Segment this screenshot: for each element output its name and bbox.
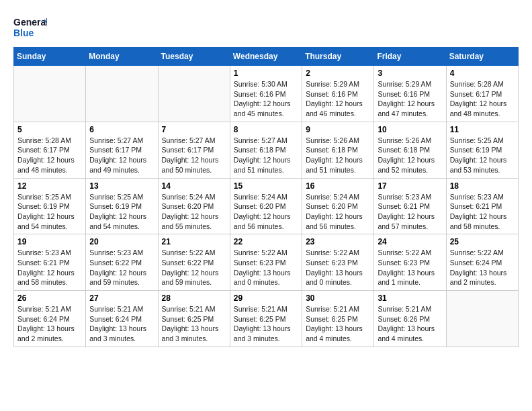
calendar-cell xyxy=(446,291,518,347)
day-number: 16 xyxy=(306,181,370,191)
calendar-cell xyxy=(86,66,158,122)
day-number: 22 xyxy=(234,237,298,246)
day-number: 1 xyxy=(234,68,298,78)
day-info: Sunrise: 5:27 AM Sunset: 6:17 PM Dayligh… xyxy=(162,136,226,175)
day-info: Sunrise: 5:22 AM Sunset: 6:23 PM Dayligh… xyxy=(306,248,370,287)
calendar-cell: 16Sunrise: 5:24 AM Sunset: 6:20 PM Dayli… xyxy=(302,178,374,234)
day-info: Sunrise: 5:23 AM Sunset: 6:21 PM Dayligh… xyxy=(378,192,442,232)
day-info: Sunrise: 5:27 AM Sunset: 6:18 PM Dayligh… xyxy=(234,136,298,175)
day-number: 10 xyxy=(378,125,442,134)
day-number: 17 xyxy=(378,181,442,191)
day-info: Sunrise: 5:29 AM Sunset: 6:16 PM Dayligh… xyxy=(378,79,442,119)
page-header: General Blue xyxy=(13,13,519,40)
calendar-week-row: 5Sunrise: 5:28 AM Sunset: 6:17 PM Daylig… xyxy=(14,122,519,178)
day-info: Sunrise: 5:21 AM Sunset: 6:26 PM Dayligh… xyxy=(378,304,442,344)
calendar-cell: 21Sunrise: 5:22 AM Sunset: 6:22 PM Dayli… xyxy=(158,234,230,291)
day-info: Sunrise: 5:25 AM Sunset: 6:19 PM Dayligh… xyxy=(17,192,82,232)
calendar-cell: 10Sunrise: 5:26 AM Sunset: 6:18 PM Dayli… xyxy=(374,122,446,178)
day-number: 28 xyxy=(162,293,226,303)
calendar-header-row: SundayMondayTuesdayWednesdayThursdayFrid… xyxy=(14,48,519,66)
day-of-week-header: Saturday xyxy=(446,48,518,66)
svg-text:General: General xyxy=(13,17,47,28)
day-info: Sunrise: 5:22 AM Sunset: 6:23 PM Dayligh… xyxy=(378,248,442,287)
day-number: 9 xyxy=(306,125,370,134)
logo-icon: General Blue xyxy=(13,13,47,40)
day-number: 3 xyxy=(378,68,442,78)
calendar-cell: 13Sunrise: 5:25 AM Sunset: 6:19 PM Dayli… xyxy=(86,178,158,234)
day-info: Sunrise: 5:26 AM Sunset: 6:18 PM Dayligh… xyxy=(306,136,370,175)
day-of-week-header: Thursday xyxy=(302,48,374,66)
day-info: Sunrise: 5:26 AM Sunset: 6:18 PM Dayligh… xyxy=(378,136,442,175)
day-number: 2 xyxy=(306,68,370,78)
calendar-cell: 24Sunrise: 5:22 AM Sunset: 6:23 PM Dayli… xyxy=(374,234,446,291)
calendar-cell xyxy=(14,66,86,122)
calendar-cell: 18Sunrise: 5:23 AM Sunset: 6:21 PM Dayli… xyxy=(446,178,518,234)
calendar-cell: 8Sunrise: 5:27 AM Sunset: 6:18 PM Daylig… xyxy=(230,122,302,178)
calendar-cell: 2Sunrise: 5:29 AM Sunset: 6:16 PM Daylig… xyxy=(302,66,374,122)
day-of-week-header: Friday xyxy=(374,48,446,66)
calendar-cell: 1Sunrise: 5:30 AM Sunset: 6:16 PM Daylig… xyxy=(230,66,302,122)
logo: General Blue xyxy=(13,13,47,40)
day-number: 15 xyxy=(234,181,298,191)
calendar-cell: 9Sunrise: 5:26 AM Sunset: 6:18 PM Daylig… xyxy=(302,122,374,178)
calendar-week-row: 19Sunrise: 5:23 AM Sunset: 6:21 PM Dayli… xyxy=(14,234,519,291)
day-number: 6 xyxy=(89,125,154,134)
day-info: Sunrise: 5:21 AM Sunset: 6:24 PM Dayligh… xyxy=(17,304,82,344)
calendar-cell: 28Sunrise: 5:21 AM Sunset: 6:25 PM Dayli… xyxy=(158,291,230,347)
day-number: 26 xyxy=(17,293,82,303)
calendar-cell: 3Sunrise: 5:29 AM Sunset: 6:16 PM Daylig… xyxy=(374,66,446,122)
calendar-week-row: 1Sunrise: 5:30 AM Sunset: 6:16 PM Daylig… xyxy=(14,66,519,122)
day-info: Sunrise: 5:21 AM Sunset: 6:25 PM Dayligh… xyxy=(234,304,298,344)
day-info: Sunrise: 5:24 AM Sunset: 6:20 PM Dayligh… xyxy=(306,192,370,232)
calendar-cell: 27Sunrise: 5:21 AM Sunset: 6:24 PM Dayli… xyxy=(86,291,158,347)
day-of-week-header: Sunday xyxy=(14,48,86,66)
calendar-table: SundayMondayTuesdayWednesdayThursdayFrid… xyxy=(13,47,519,347)
calendar-cell: 6Sunrise: 5:27 AM Sunset: 6:17 PM Daylig… xyxy=(86,122,158,178)
day-info: Sunrise: 5:27 AM Sunset: 6:17 PM Dayligh… xyxy=(89,136,154,175)
day-number: 11 xyxy=(450,125,515,134)
day-number: 23 xyxy=(306,237,370,246)
calendar-cell: 29Sunrise: 5:21 AM Sunset: 6:25 PM Dayli… xyxy=(230,291,302,347)
day-of-week-header: Monday xyxy=(86,48,158,66)
day-number: 27 xyxy=(89,293,154,303)
day-info: Sunrise: 5:23 AM Sunset: 6:21 PM Dayligh… xyxy=(450,192,515,232)
calendar-cell: 7Sunrise: 5:27 AM Sunset: 6:17 PM Daylig… xyxy=(158,122,230,178)
day-number: 25 xyxy=(450,237,515,246)
calendar-cell: 15Sunrise: 5:24 AM Sunset: 6:20 PM Dayli… xyxy=(230,178,302,234)
calendar-cell: 20Sunrise: 5:23 AM Sunset: 6:22 PM Dayli… xyxy=(86,234,158,291)
calendar-cell: 4Sunrise: 5:28 AM Sunset: 6:17 PM Daylig… xyxy=(446,66,518,122)
day-of-week-header: Tuesday xyxy=(158,48,230,66)
day-number: 21 xyxy=(162,237,226,246)
day-number: 29 xyxy=(234,293,298,303)
day-info: Sunrise: 5:28 AM Sunset: 6:17 PM Dayligh… xyxy=(450,79,515,119)
day-info: Sunrise: 5:24 AM Sunset: 6:20 PM Dayligh… xyxy=(234,192,298,232)
day-info: Sunrise: 5:25 AM Sunset: 6:19 PM Dayligh… xyxy=(89,192,154,232)
calendar-cell: 11Sunrise: 5:25 AM Sunset: 6:19 PM Dayli… xyxy=(446,122,518,178)
day-info: Sunrise: 5:21 AM Sunset: 6:24 PM Dayligh… xyxy=(89,304,154,344)
day-info: Sunrise: 5:21 AM Sunset: 6:25 PM Dayligh… xyxy=(162,304,226,344)
day-number: 18 xyxy=(450,181,515,191)
calendar-week-row: 26Sunrise: 5:21 AM Sunset: 6:24 PM Dayli… xyxy=(14,291,519,347)
calendar-cell: 17Sunrise: 5:23 AM Sunset: 6:21 PM Dayli… xyxy=(374,178,446,234)
day-number: 19 xyxy=(17,237,82,246)
calendar-cell: 31Sunrise: 5:21 AM Sunset: 6:26 PM Dayli… xyxy=(374,291,446,347)
day-number: 5 xyxy=(17,125,82,134)
calendar-cell xyxy=(158,66,230,122)
day-number: 4 xyxy=(450,68,515,78)
calendar-cell: 19Sunrise: 5:23 AM Sunset: 6:21 PM Dayli… xyxy=(14,234,86,291)
calendar-cell: 23Sunrise: 5:22 AM Sunset: 6:23 PM Dayli… xyxy=(302,234,374,291)
day-info: Sunrise: 5:23 AM Sunset: 6:21 PM Dayligh… xyxy=(17,248,82,287)
calendar-cell: 12Sunrise: 5:25 AM Sunset: 6:19 PM Dayli… xyxy=(14,178,86,234)
day-number: 12 xyxy=(17,181,82,191)
day-info: Sunrise: 5:28 AM Sunset: 6:17 PM Dayligh… xyxy=(17,136,82,175)
day-number: 20 xyxy=(89,237,154,246)
svg-text:Blue: Blue xyxy=(13,28,34,38)
day-info: Sunrise: 5:22 AM Sunset: 6:24 PM Dayligh… xyxy=(450,248,515,287)
day-info: Sunrise: 5:24 AM Sunset: 6:20 PM Dayligh… xyxy=(162,192,226,232)
day-number: 14 xyxy=(162,181,226,191)
day-number: 8 xyxy=(234,125,298,134)
calendar-cell: 5Sunrise: 5:28 AM Sunset: 6:17 PM Daylig… xyxy=(14,122,86,178)
day-number: 30 xyxy=(306,293,370,303)
day-info: Sunrise: 5:30 AM Sunset: 6:16 PM Dayligh… xyxy=(234,79,298,119)
day-info: Sunrise: 5:23 AM Sunset: 6:22 PM Dayligh… xyxy=(89,248,154,287)
